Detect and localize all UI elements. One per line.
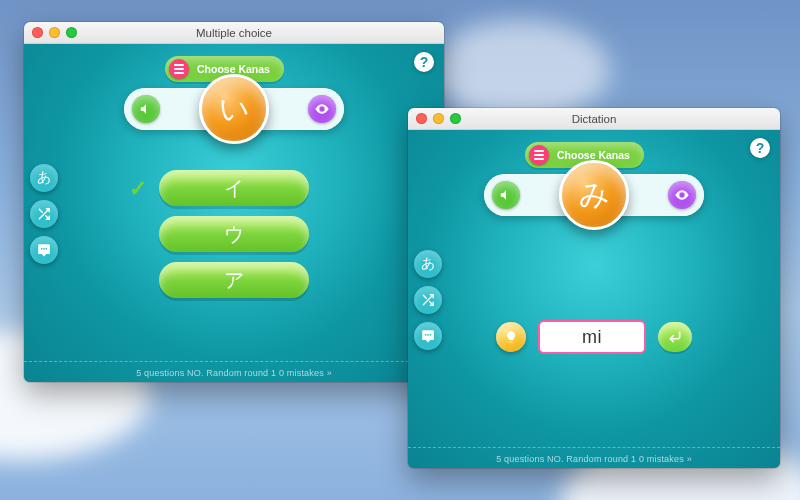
kana-mode-button[interactable]: あ [414,250,442,278]
sound-button[interactable] [492,181,520,209]
status-bar: 5 questions NO. Random round 1 0 mistake… [24,368,444,378]
help-button[interactable]: ? [414,52,434,72]
speaker-icon [139,102,153,116]
svg-point-7 [429,334,431,336]
svg-point-3 [45,248,47,250]
bulb-icon [504,330,518,344]
speaker-icon [499,188,513,202]
status-bar: 5 questions NO. Random round 1 0 mistake… [408,454,780,464]
svg-point-2 [43,248,45,250]
chat-icon [421,329,435,343]
window-multiple-choice: Multiple choice ? Choose Kanas い あ [24,22,444,382]
eye-icon [314,101,330,117]
list-icon [529,145,549,165]
cloud-decor [430,20,610,120]
shuffle-button[interactable] [30,200,58,228]
enter-icon [667,330,683,344]
svg-point-4 [681,194,684,197]
reveal-button[interactable] [308,95,336,123]
status-separator [408,447,780,448]
speak-button[interactable] [414,322,442,350]
svg-point-1 [41,248,43,250]
titlebar[interactable]: Dictation [408,108,780,130]
eye-icon [674,187,690,203]
sound-button[interactable] [132,95,160,123]
svg-point-5 [425,334,427,336]
submit-button[interactable] [658,322,692,352]
window-title: Dictation [408,113,780,125]
hint-button[interactable] [496,322,526,352]
side-rail: あ [414,250,442,350]
svg-point-0 [321,108,324,111]
speak-button[interactable] [30,236,58,264]
prompt-kana: み [559,160,629,230]
choice-button-2[interactable]: ウ [159,216,309,252]
svg-point-6 [427,334,429,336]
window-dictation: Dictation ? Choose Kanas み あ [408,108,780,468]
chat-icon [37,243,51,257]
shuffle-icon [37,207,51,221]
stage: ? Choose Kanas い あ ✓ イ [24,44,444,382]
dictation-input-row: mi [496,320,692,354]
choice-button-3[interactable]: ア [159,262,309,298]
stage: ? Choose Kanas み あ [408,130,780,468]
correct-check-icon: ✓ [129,176,147,202]
titlebar[interactable]: Multiple choice [24,22,444,44]
status-separator [24,361,444,362]
choice-list: ✓ イ ウ ア [159,170,309,298]
reveal-button[interactable] [668,181,696,209]
choice-button-1[interactable]: イ [159,170,309,206]
side-rail: あ [30,164,58,264]
help-button[interactable]: ? [750,138,770,158]
shuffle-icon [421,293,435,307]
prompt-kana: い [199,74,269,144]
list-icon [169,59,189,79]
answer-input[interactable]: mi [538,320,646,354]
kana-mode-button[interactable]: あ [30,164,58,192]
window-title: Multiple choice [24,27,444,39]
shuffle-button[interactable] [414,286,442,314]
